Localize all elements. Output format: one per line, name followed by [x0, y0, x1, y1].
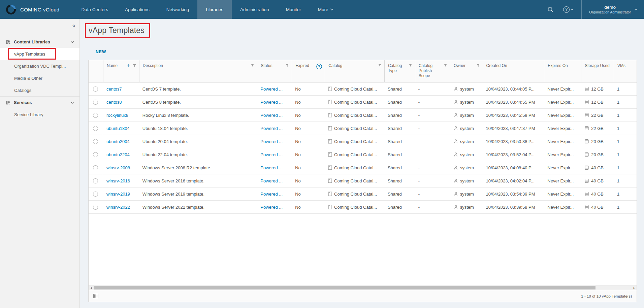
sidebar-item-catalogs[interactable]: Catalogs: [0, 84, 79, 96]
sidebar-item-service-library[interactable]: Service Library: [0, 108, 79, 121]
row-select-radio[interactable]: [93, 205, 98, 210]
nav-item-monitor[interactable]: Monitor: [278, 0, 310, 19]
catalog-name: Coming Cloud Catal...: [334, 152, 377, 157]
table-row: winsrv-2019Windows Server 2019 template.…: [89, 187, 637, 201]
cell-value: CentOS 7 template.: [142, 87, 181, 92]
cell-storage: 22 GB: [581, 122, 614, 135]
template-name-link[interactable]: ubuntu2004: [106, 139, 130, 144]
row-select-radio[interactable]: [93, 113, 98, 118]
new-button[interactable]: NEW: [96, 49, 106, 54]
row-select-radio[interactable]: [93, 192, 98, 197]
row-select-radio[interactable]: [93, 87, 98, 92]
template-name-link[interactable]: ubuntu2204: [106, 152, 130, 157]
column-header-status[interactable]: Status: [257, 60, 292, 82]
cell-value: Never Expir...: [547, 100, 574, 105]
row-select-radio[interactable]: [93, 152, 98, 157]
sidebar-item-vapp-templates[interactable]: vApp Templates: [0, 48, 79, 60]
cell-select: [89, 82, 103, 95]
cell-value: 10/04/2023, 04:02:04 P...: [486, 178, 535, 183]
scroll-left-arrow-icon[interactable]: ◂: [89, 285, 93, 290]
filter-icon[interactable]: [133, 64, 136, 67]
sidebar-item-label: Catalogs: [14, 88, 31, 93]
cell-vms: 1: [614, 82, 637, 95]
nav-item-networking[interactable]: Networking: [158, 0, 198, 19]
sidebar-section-content-libraries[interactable]: Content Libraries: [0, 36, 79, 48]
cell-value: Rocky Linux 8 template.: [142, 113, 189, 118]
scrollbar-thumb[interactable]: [94, 286, 595, 289]
sidebar-item-label: Media & Other: [14, 76, 42, 81]
column-header-expired[interactable]: Expired: [292, 60, 325, 82]
column-header-created-on[interactable]: Created On: [483, 60, 544, 82]
template-name-link[interactable]: rockylinux8: [106, 113, 128, 118]
cell-expired: No: [292, 135, 325, 148]
filter-icon[interactable]: [378, 64, 382, 67]
nav-item-data-centers[interactable]: Data Centers: [73, 0, 117, 19]
cell-catalog-type: Shared: [384, 174, 415, 187]
search-icon[interactable]: [543, 0, 558, 19]
horizontal-scrollbar[interactable]: ◂ ▸: [89, 285, 637, 290]
row-select-radio[interactable]: [93, 126, 98, 131]
row-select-radio[interactable]: [93, 178, 98, 183]
filter-icon[interactable]: [409, 64, 412, 67]
cell-vms: 1: [614, 135, 637, 148]
column-header-publish-scope[interactable]: Catalog Publish Scope: [415, 60, 450, 82]
cell-value: -: [418, 100, 420, 105]
sidebar-section-services[interactable]: Services: [0, 96, 79, 108]
nav-item-applications[interactable]: Applications: [117, 0, 158, 19]
cell-catalog-type: Shared: [384, 161, 415, 174]
user-menu[interactable]: demo Organization Administrator: [582, 0, 644, 19]
storage-disk-icon: [584, 152, 589, 157]
column-picker-icon[interactable]: [93, 294, 98, 298]
nav-item-administration[interactable]: Administration: [232, 0, 278, 19]
cell-value: Shared: [388, 205, 402, 210]
column-header-catalog-type[interactable]: Catalog Type: [384, 60, 415, 82]
row-select-radio[interactable]: [93, 165, 98, 170]
user-icon: [453, 192, 458, 196]
cell-expires-on: Never Expir...: [544, 187, 581, 200]
cell-expired: No: [292, 122, 325, 135]
sidebar-item-media-other[interactable]: Media & Other: [0, 72, 79, 84]
template-name-link[interactable]: winsrv-2022: [106, 205, 130, 210]
user-icon: [453, 100, 458, 104]
template-name-link[interactable]: ubuntu1804: [106, 126, 130, 131]
cell-value: -: [418, 152, 420, 157]
column-header-label: VMs: [617, 63, 634, 68]
cell-value: No: [295, 205, 301, 210]
cell-value: Never Expir...: [547, 178, 574, 183]
cell-catalog: Coming Cloud Catal...: [325, 135, 384, 148]
filter-icon[interactable]: [251, 64, 254, 67]
row-select-radio[interactable]: [93, 100, 98, 105]
storage-value: 40 GB: [591, 205, 604, 210]
template-name-link[interactable]: winsrv-2016: [106, 178, 130, 183]
sidebar-collapse-button[interactable]: «: [72, 22, 75, 29]
filter-icon[interactable]: [285, 64, 289, 67]
filter-icon[interactable]: [476, 64, 480, 67]
filter-active-icon[interactable]: [316, 64, 322, 69]
filter-icon[interactable]: [444, 64, 447, 67]
cell-owner: system: [450, 148, 483, 161]
column-header-storage[interactable]: Storage Used: [581, 60, 614, 82]
sidebar-item-label: Organization VDC Templ...: [14, 64, 66, 69]
nav-item-label: Administration: [240, 7, 269, 12]
column-header-catalog[interactable]: Catalog: [325, 60, 384, 82]
nav-item-more[interactable]: More: [310, 0, 342, 19]
column-header-vms[interactable]: VMs: [614, 60, 637, 82]
nav-item-libraries[interactable]: Libraries: [197, 0, 232, 19]
user-icon: [453, 126, 458, 131]
template-name-link[interactable]: centos7: [106, 87, 122, 92]
column-header-owner[interactable]: Owner: [450, 60, 483, 82]
sidebar-item-organization-vdc-templ[interactable]: Organization VDC Templ...: [0, 60, 79, 72]
column-header-name[interactable]: Name: [103, 60, 139, 82]
status-text: Powered ...: [260, 178, 283, 183]
help-icon[interactable]: ?: [558, 0, 578, 19]
cell-expires-on: Never Expir...: [544, 135, 581, 148]
template-name-link[interactable]: winsrv-2008...: [106, 165, 134, 170]
column-header-expires-on[interactable]: Expires On: [544, 60, 581, 82]
column-header-description[interactable]: Description: [139, 60, 257, 82]
template-name-link[interactable]: winsrv-2019: [106, 192, 130, 197]
vapp-templates-datagrid: NameDescriptionStatusExpiredCatalogCatal…: [88, 60, 637, 302]
scroll-right-arrow-icon[interactable]: ▸: [632, 285, 637, 290]
row-select-radio[interactable]: [93, 139, 98, 144]
template-name-link[interactable]: centos8: [106, 100, 122, 105]
nav-items: Data CentersApplicationsNetworkingLibrar…: [73, 0, 342, 19]
